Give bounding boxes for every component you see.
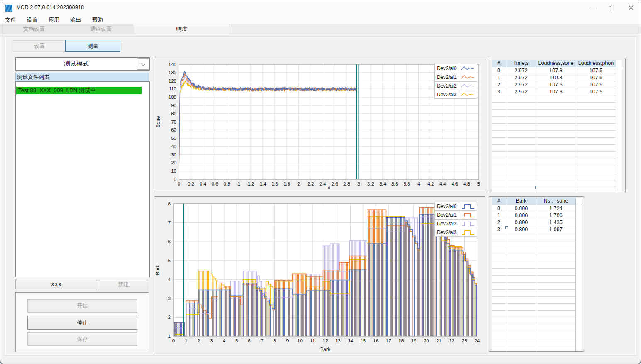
- table-cell[interactable]: [492, 254, 506, 261]
- table-cell[interactable]: [506, 124, 536, 131]
- table-row[interactable]: 20.8001.435: [492, 219, 582, 226]
- table-cell[interactable]: 1.724: [536, 205, 576, 212]
- xxx-button[interactable]: XXX: [15, 280, 97, 289]
- tab-channel-settings[interactable]: 通道设置: [68, 24, 135, 34]
- table-cell[interactable]: 1.706: [536, 212, 576, 219]
- table-cell[interactable]: [506, 290, 536, 297]
- table-cell[interactable]: [492, 117, 506, 124]
- table-cell[interactable]: 0.800: [506, 219, 536, 226]
- table-cell[interactable]: [506, 318, 536, 325]
- table-cell[interactable]: [536, 276, 576, 283]
- table-cell[interactable]: [506, 138, 536, 145]
- table-cell[interactable]: [536, 254, 576, 261]
- table-cell[interactable]: [492, 166, 506, 173]
- table-cell[interactable]: [536, 124, 576, 131]
- table-cell[interactable]: [492, 332, 506, 339]
- table-cell[interactable]: [492, 283, 506, 290]
- table-cell[interactable]: [506, 247, 536, 254]
- table-row[interactable]: [492, 325, 582, 332]
- table-cell[interactable]: [536, 297, 576, 304]
- table-cell[interactable]: [576, 152, 616, 159]
- table-cell[interactable]: 1: [492, 74, 506, 81]
- legend-entry[interactable]: Dev2/ai0: [434, 202, 477, 210]
- table-row[interactable]: [492, 138, 622, 145]
- table-cell[interactable]: [536, 103, 576, 110]
- legend-entry[interactable]: Dev2/ai0: [434, 64, 477, 73]
- table-cell[interactable]: 110.3: [536, 74, 576, 81]
- table-row[interactable]: [492, 103, 622, 110]
- table-cell[interactable]: [536, 332, 576, 339]
- table-row[interactable]: [492, 110, 622, 117]
- table-cell[interactable]: [506, 254, 536, 261]
- table-cell[interactable]: [506, 187, 536, 192]
- table-cell[interactable]: [492, 311, 506, 318]
- table-cell[interactable]: [506, 117, 536, 124]
- table-row[interactable]: [492, 346, 582, 352]
- table-cell[interactable]: [492, 152, 506, 159]
- table-cell[interactable]: [576, 159, 616, 166]
- table-cell[interactable]: [492, 138, 506, 145]
- table-cell[interactable]: [536, 339, 576, 346]
- table-cell[interactable]: 107.9: [576, 74, 616, 81]
- table-row[interactable]: [492, 297, 582, 304]
- table-cell[interactable]: [506, 269, 536, 276]
- table-row[interactable]: [492, 173, 622, 180]
- table-cell[interactable]: [506, 103, 536, 110]
- table-cell[interactable]: 1.435: [536, 219, 576, 226]
- table-cell[interactable]: [506, 110, 536, 117]
- table-row[interactable]: [492, 240, 582, 247]
- menu-output[interactable]: 输出: [66, 15, 86, 24]
- table-cell[interactable]: [576, 131, 616, 138]
- table-row[interactable]: [492, 145, 622, 152]
- table-cell[interactable]: [492, 159, 506, 166]
- tab-loudness[interactable]: 响度: [134, 24, 230, 34]
- table-row[interactable]: [492, 304, 582, 311]
- table-cell[interactable]: 107.5: [576, 88, 616, 95]
- table-cell[interactable]: 3: [492, 88, 506, 95]
- table-cell[interactable]: [536, 269, 576, 276]
- table-cell[interactable]: 0: [492, 67, 506, 74]
- table-cell[interactable]: [492, 180, 506, 187]
- table-row[interactable]: 02.972107.8107.5: [492, 67, 622, 74]
- table-row[interactable]: [492, 117, 622, 124]
- table-cell[interactable]: [492, 318, 506, 325]
- table-cell[interactable]: 107.5: [576, 81, 616, 88]
- table-cell[interactable]: [492, 187, 506, 192]
- table-cell[interactable]: [506, 233, 536, 240]
- table-cell[interactable]: 2.972: [506, 74, 536, 81]
- table-cell[interactable]: [506, 311, 536, 318]
- legend-entry[interactable]: Dev2/ai3: [434, 228, 477, 237]
- table-row[interactable]: [492, 124, 622, 131]
- table-cell[interactable]: [576, 138, 616, 145]
- table-cell[interactable]: 2: [492, 219, 506, 226]
- table-row[interactable]: [492, 166, 622, 173]
- table-cell[interactable]: [576, 145, 616, 152]
- table-row[interactable]: [492, 290, 582, 297]
- table-row[interactable]: [492, 152, 622, 159]
- table-cell[interactable]: [576, 95, 616, 103]
- legend-entry[interactable]: Dev2/ai2: [434, 81, 477, 90]
- table-row[interactable]: 22.972107.5107.5: [492, 81, 622, 88]
- loudness-time-chart[interactable]: 010203040506070809010011012013014000.20.…: [154, 59, 485, 191]
- table-row[interactable]: [492, 233, 582, 240]
- save-button[interactable]: 保存: [27, 332, 137, 346]
- table-row[interactable]: [492, 95, 622, 103]
- table-cell[interactable]: [536, 311, 576, 318]
- table-cell[interactable]: [506, 159, 536, 166]
- table-cell[interactable]: [576, 110, 616, 117]
- table-cell[interactable]: [492, 131, 506, 138]
- table-cell[interactable]: 107.5: [536, 81, 576, 88]
- table-cell[interactable]: 107.8: [536, 67, 576, 74]
- table-cell[interactable]: 107.5: [576, 67, 616, 74]
- legend-entry[interactable]: Dev2/ai2: [434, 219, 477, 228]
- table-cell[interactable]: [492, 276, 506, 283]
- table-cell[interactable]: [536, 247, 576, 254]
- table-cell[interactable]: [492, 304, 506, 311]
- table-row[interactable]: [492, 180, 622, 187]
- table-cell[interactable]: [506, 297, 536, 304]
- table-row[interactable]: [492, 339, 582, 346]
- table-row[interactable]: [492, 131, 622, 138]
- table-cell[interactable]: [536, 233, 576, 240]
- menu-help[interactable]: 帮助: [88, 15, 108, 24]
- table-cell[interactable]: [492, 110, 506, 117]
